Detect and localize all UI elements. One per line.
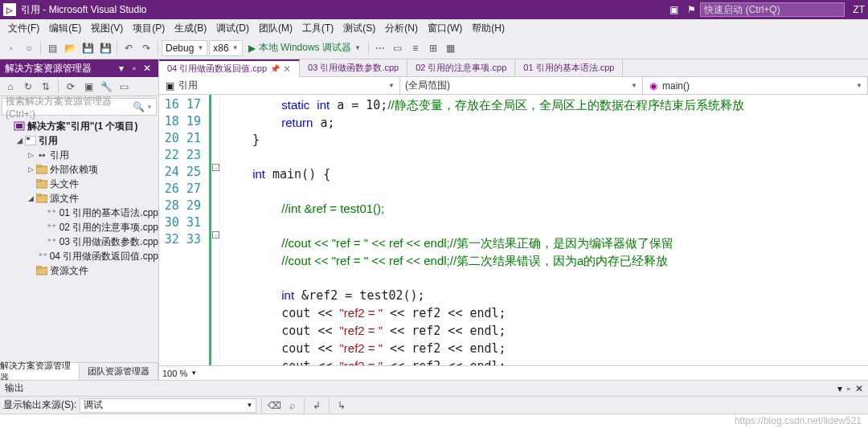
document-tab[interactable]: 03 引用做函数参数.cpp	[300, 59, 407, 77]
notification-icon[interactable]: ▣	[666, 2, 681, 17]
solution-tree[interactable]: 解决方案"引用"(1 个项目)◢引用▷▪▪引用▷外部依赖项头文件◢源文件⁺⁺01…	[0, 117, 158, 362]
search-icon: 🔍	[133, 101, 145, 112]
output-body[interactable]: https://blog.csdn.net/lidew521	[0, 414, 868, 428]
tree-expand-icon[interactable]: ▷	[26, 151, 35, 159]
tree-node-icon	[35, 179, 48, 189]
fold-toggle-icon[interactable]: -	[212, 231, 219, 238]
tree-expand-icon[interactable]: ◢	[14, 137, 24, 145]
start-debug-button[interactable]: ▶ 本地 Windows 调试器 ▼	[244, 40, 365, 56]
nav-scope-global[interactable]: (全局范围) ▼	[400, 77, 643, 94]
tree-item[interactable]: ▷外部依赖项	[0, 162, 158, 177]
clear-icon[interactable]: ⌫	[267, 398, 281, 413]
tree-expand-icon[interactable]: ◢	[26, 194, 35, 202]
tree-item[interactable]: ▷▪▪引用	[0, 148, 158, 162]
tree-item[interactable]: 头文件	[0, 177, 158, 191]
properties-icon[interactable]: 🔧	[99, 79, 113, 94]
tree-node-icon: ⁺⁺	[38, 251, 48, 262]
document-tab[interactable]: 01 引用的基本语法.cpp	[515, 59, 623, 77]
menu-item[interactable]: 视图(V)	[86, 20, 128, 37]
tree-node-icon: ⁺⁺	[45, 207, 57, 218]
menu-item[interactable]: 编辑(E)	[44, 20, 86, 37]
tab-label: 02 引用的注意事项.cpp	[416, 62, 506, 74]
tree-item[interactable]: ◢引用	[0, 133, 158, 148]
menu-item[interactable]: 调试(D)	[211, 20, 254, 37]
menu-item[interactable]: 团队(M)	[254, 20, 297, 37]
home-icon[interactable]: ⌂	[3, 79, 18, 94]
code-editor[interactable]: 16 17 18 19 20 21 22 23 24 25 26 27 28 2…	[159, 95, 868, 365]
document-tab[interactable]: 04 引用做函数返回值.cpp📌✕	[159, 59, 300, 77]
tree-item[interactable]: ◢源文件	[0, 191, 158, 206]
save-all-icon[interactable]: 💾	[97, 40, 113, 56]
preview-icon[interactable]: ▭	[117, 79, 131, 94]
tab-team-explorer[interactable]: 团队资源管理器	[80, 363, 159, 380]
quick-launch-input[interactable]: 快速启动 (Ctrl+Q)	[700, 2, 845, 17]
menu-item[interactable]: 工具(T)	[297, 20, 338, 37]
solution-explorer-panel: 解决方案资源管理器 ▾ ▫ ✕ ⌂ ↻ ⇅ ⟳ ▣ 🔧 ▭ 搜索解决方案资源管理…	[0, 59, 159, 380]
output-title: 输出	[5, 381, 837, 395]
output-source-combo[interactable]: 调试 ▼	[80, 398, 256, 413]
flag-icon[interactable]: ⚑	[684, 2, 698, 17]
toolbar-misc-icon[interactable]: ⋯	[372, 40, 388, 56]
nav-scope-function[interactable]: ◉ main() ▼	[643, 77, 868, 94]
tree-item[interactable]: ⁺⁺02 引用的注意事项.cpp	[0, 220, 158, 234]
menu-item[interactable]: 测试(S)	[338, 20, 380, 37]
window-title: 引用 - Microsoft Visual Studio	[21, 3, 147, 17]
tree-item[interactable]: 解决方案"引用"(1 个项目)	[0, 119, 158, 133]
tree-item[interactable]: 资源文件	[0, 263, 158, 278]
tree-item[interactable]: ⁺⁺01 引用的基本语法.cpp	[0, 206, 158, 220]
word-wrap-icon[interactable]: ↲	[309, 398, 324, 413]
toolbar-misc-icon[interactable]: ▦	[443, 40, 459, 56]
nav-back-icon[interactable]: ◦	[3, 40, 19, 56]
redo-icon[interactable]: ↷	[138, 40, 154, 56]
pin-icon[interactable]: ▫	[847, 383, 850, 394]
undo-icon[interactable]: ↶	[121, 40, 137, 56]
menu-item[interactable]: 文件(F)	[3, 20, 44, 37]
menu-item[interactable]: 生成(B)	[170, 20, 211, 37]
editor-status-bar: 100 % ▼	[159, 365, 868, 380]
close-icon[interactable]: ✕	[141, 62, 154, 75]
tree-node-icon	[35, 194, 48, 203]
save-icon[interactable]: 💾	[80, 40, 96, 56]
zoom-level[interactable]: 100 %	[162, 369, 187, 378]
tree-label: 外部依赖项	[48, 163, 98, 177]
pin-icon[interactable]: 📌	[270, 64, 280, 73]
nav-fwd-icon[interactable]: ○	[21, 40, 37, 56]
pin-icon[interactable]: ▫	[128, 62, 141, 75]
platform-combo[interactable]: x86▼	[209, 40, 242, 56]
open-file-icon[interactable]: 📂	[62, 40, 78, 56]
menu-item[interactable]: 项目(P)	[128, 20, 170, 37]
nav-scope-project[interactable]: ▣ 引用 ▼	[159, 77, 400, 94]
tab-solution-explorer[interactable]: 解决方案资源管理器	[0, 363, 80, 380]
document-tab[interactable]: 02 引用的注意事项.cpp	[407, 59, 515, 77]
tree-item[interactable]: ⁺⁺04 引用做函数返回值.cpp	[0, 249, 158, 263]
close-icon[interactable]: ✕	[855, 383, 863, 394]
tree-item[interactable]: ⁺⁺03 引用做函数参数.cpp	[0, 234, 158, 249]
code-content[interactable]: static int a = 10;//静态变量，存放在全局区，全局区上的数据在…	[220, 95, 868, 365]
show-all-icon[interactable]: ▣	[81, 79, 96, 94]
toolbar-misc-icon[interactable]: ≡	[407, 40, 424, 56]
toolbar-misc-icon[interactable]: ⊞	[425, 40, 441, 56]
fold-toggle-icon[interactable]: -	[212, 164, 219, 171]
refresh-icon[interactable]: ↻	[21, 79, 35, 94]
find-icon[interactable]: ⌕	[285, 398, 299, 413]
collapse-icon[interactable]: ⇅	[39, 79, 53, 94]
goto-icon[interactable]: ↳	[334, 398, 349, 413]
menu-item[interactable]: 窗口(W)	[423, 20, 467, 37]
chevron-down-icon[interactable]: ▾	[837, 383, 842, 394]
close-icon[interactable]: ✕	[283, 63, 291, 75]
fold-strip[interactable]: - -	[209, 95, 220, 365]
svg-rect-7	[36, 179, 41, 181]
toolbar-misc-icon[interactable]: ▭	[390, 40, 406, 56]
menu-item[interactable]: 分析(N)	[380, 20, 423, 37]
tree-expand-icon[interactable]: ▷	[26, 165, 35, 173]
chevron-down-icon[interactable]: ▾	[115, 62, 128, 75]
tab-label: 01 引用的基本语法.cpp	[523, 62, 614, 74]
config-combo[interactable]: Debug▼	[162, 40, 207, 56]
solution-explorer-header: 解决方案资源管理器 ▾ ▫ ✕	[0, 59, 158, 77]
tree-node-icon: ⁺⁺	[45, 222, 57, 233]
new-project-icon[interactable]: ▤	[44, 40, 60, 56]
sync-icon[interactable]: ⟳	[63, 79, 78, 94]
solution-search-input[interactable]: 搜索解决方案资源管理器(Ctrl+;) 🔍 ▼	[2, 98, 157, 116]
menu-item[interactable]: 帮助(H)	[467, 20, 510, 37]
chevron-down-icon: ▼	[354, 44, 361, 51]
